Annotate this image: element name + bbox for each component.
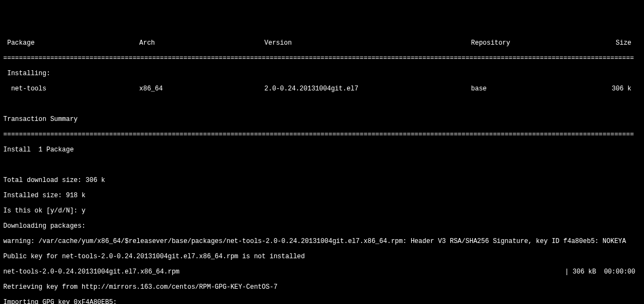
transaction-summary: Transaction Summary <box>3 115 641 123</box>
pubkey-not-installed: Public key for net-tools-2.0-0.24.201310… <box>3 253 641 260</box>
col-repository: Repository <box>471 39 585 47</box>
importing-key: Importing GPG key 0xF4A80EB5: <box>3 299 641 304</box>
package-row: net-toolsx86_642.0-0.24.20131004git.el7b… <box>3 85 641 93</box>
blank-line <box>3 161 641 169</box>
installed-size: Installed size: 918 k <box>3 192 641 199</box>
pkg-name: net-tools <box>3 85 139 93</box>
downloading-label: Downloading packages: <box>3 222 641 230</box>
col-arch: Arch <box>139 39 264 47</box>
retrieving-key: Retrieving key from http://mirrors.163.c… <box>3 283 641 291</box>
pkg-version: 2.0-0.24.20131004git.el7 <box>264 85 471 93</box>
install-count: Install 1 Package <box>3 146 641 154</box>
download-progress: net-tools-2.0-0.24.20131004git.el7.x86_6… <box>3 268 641 276</box>
divider-rule: ========================================… <box>3 54 634 62</box>
blank-line <box>3 100 641 108</box>
installing-label: Installing: <box>3 70 641 77</box>
download-file: net-tools-2.0-0.24.20131004git.el7.x86_6… <box>3 268 553 276</box>
warning-nokey: warning: /var/cache/yum/x86_64/$releasev… <box>3 238 641 245</box>
table-header: PackageArchVersionRepositorySize <box>3 39 641 47</box>
pkg-arch: x86_64 <box>139 85 264 93</box>
pkg-size: 306 k <box>585 85 641 93</box>
col-version: Version <box>264 39 471 47</box>
divider-rule: ========================================… <box>3 131 634 138</box>
col-size: Size <box>585 39 641 47</box>
confirm-prompt: Is this ok [y/d/N]: y <box>3 207 641 215</box>
col-package: Package <box>3 39 139 47</box>
terminal-output[interactable]: PackageArchVersionRepositorySize =======… <box>0 31 644 304</box>
pkg-repo: base <box>471 85 585 93</box>
total-download-size: Total download size: 306 k <box>3 177 641 184</box>
download-stats: | 306 kB 00:00:00 <box>553 268 641 276</box>
